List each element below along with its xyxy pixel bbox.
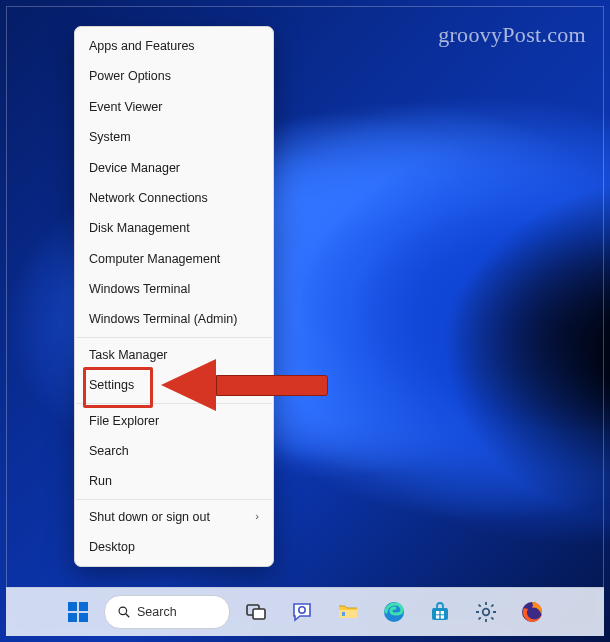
menu-item-settings[interactable]: Settings: [75, 370, 273, 400]
menu-separator: [76, 403, 272, 404]
settings-button[interactable]: [466, 592, 506, 632]
svg-rect-2: [68, 613, 77, 622]
menu-item-task-manager[interactable]: Task Manager: [75, 340, 273, 370]
menu-item-label: Run: [89, 474, 112, 488]
menu-separator: [76, 499, 272, 500]
menu-item-network-connections[interactable]: Network Connections: [75, 183, 273, 213]
menu-separator: [76, 337, 272, 338]
menu-item-label: Computer Management: [89, 252, 220, 266]
menu-item-label: Shut down or sign out: [89, 510, 210, 524]
menu-item-apps-and-features[interactable]: Apps and Features: [75, 31, 273, 61]
svg-rect-14: [441, 611, 444, 614]
svg-rect-16: [441, 615, 444, 618]
menu-item-label: File Explorer: [89, 414, 159, 428]
task-view-icon: [244, 600, 268, 624]
menu-item-label: Device Manager: [89, 161, 180, 175]
svg-point-17: [483, 609, 490, 616]
store-icon: [428, 600, 452, 624]
menu-item-label: Event Viewer: [89, 100, 162, 114]
edge-icon: [382, 600, 406, 624]
menu-item-label: Task Manager: [89, 348, 168, 362]
svg-rect-0: [68, 602, 77, 611]
menu-item-label: Search: [89, 444, 129, 458]
menu-item-file-explorer[interactable]: File Explorer: [75, 406, 273, 436]
menu-item-label: Power Options: [89, 69, 171, 83]
chevron-right-icon: ›: [255, 510, 259, 523]
menu-item-label: Network Connections: [89, 191, 208, 205]
menu-item-label: Desktop: [89, 540, 135, 554]
menu-item-desktop[interactable]: Desktop: [75, 532, 273, 562]
svg-rect-13: [436, 611, 439, 614]
search-label: Search: [137, 605, 177, 619]
menu-item-label: Windows Terminal (Admin): [89, 312, 237, 326]
svg-rect-9: [339, 610, 357, 618]
edge-button[interactable]: [374, 592, 414, 632]
svg-rect-10: [342, 612, 345, 616]
menu-item-computer-management[interactable]: Computer Management: [75, 244, 273, 274]
svg-rect-1: [79, 602, 88, 611]
svg-rect-7: [253, 609, 265, 619]
menu-item-device-manager[interactable]: Device Manager: [75, 153, 273, 183]
start-button[interactable]: [58, 592, 98, 632]
svg-rect-12: [432, 608, 448, 620]
windows-icon: [66, 600, 90, 624]
store-button[interactable]: [420, 592, 460, 632]
menu-item-label: Apps and Features: [89, 39, 195, 53]
menu-item-windows-terminal[interactable]: Windows Terminal: [75, 274, 273, 304]
menu-item-label: Settings: [89, 378, 134, 392]
file-explorer-button[interactable]: [328, 592, 368, 632]
menu-item-label: Disk Management: [89, 221, 190, 235]
chat-icon: [290, 600, 314, 624]
svg-rect-15: [436, 615, 439, 618]
task-view-button[interactable]: [236, 592, 276, 632]
firefox-icon: [520, 600, 544, 624]
menu-item-system[interactable]: System: [75, 122, 273, 152]
menu-item-search[interactable]: Search: [75, 436, 273, 466]
folder-icon: [336, 600, 360, 624]
search-icon: [117, 605, 131, 619]
winx-context-menu: Apps and FeaturesPower OptionsEvent View…: [74, 26, 274, 567]
menu-item-run[interactable]: Run: [75, 466, 273, 496]
taskbar-search[interactable]: Search: [104, 595, 230, 629]
watermark-text: groovyPost.com: [438, 22, 586, 48]
menu-item-shut-down-or-sign-out[interactable]: Shut down or sign out›: [75, 502, 273, 532]
menu-item-windows-terminal-admin[interactable]: Windows Terminal (Admin): [75, 304, 273, 334]
menu-item-label: Windows Terminal: [89, 282, 190, 296]
chat-button[interactable]: [282, 592, 322, 632]
menu-item-event-viewer[interactable]: Event Viewer: [75, 92, 273, 122]
menu-item-disk-management[interactable]: Disk Management: [75, 213, 273, 243]
taskbar: Search: [6, 587, 604, 636]
svg-rect-3: [79, 613, 88, 622]
svg-point-4: [119, 607, 127, 615]
menu-item-power-options[interactable]: Power Options: [75, 61, 273, 91]
svg-line-5: [126, 614, 130, 618]
gear-icon: [474, 600, 498, 624]
menu-item-label: System: [89, 130, 131, 144]
firefox-button[interactable]: [512, 592, 552, 632]
